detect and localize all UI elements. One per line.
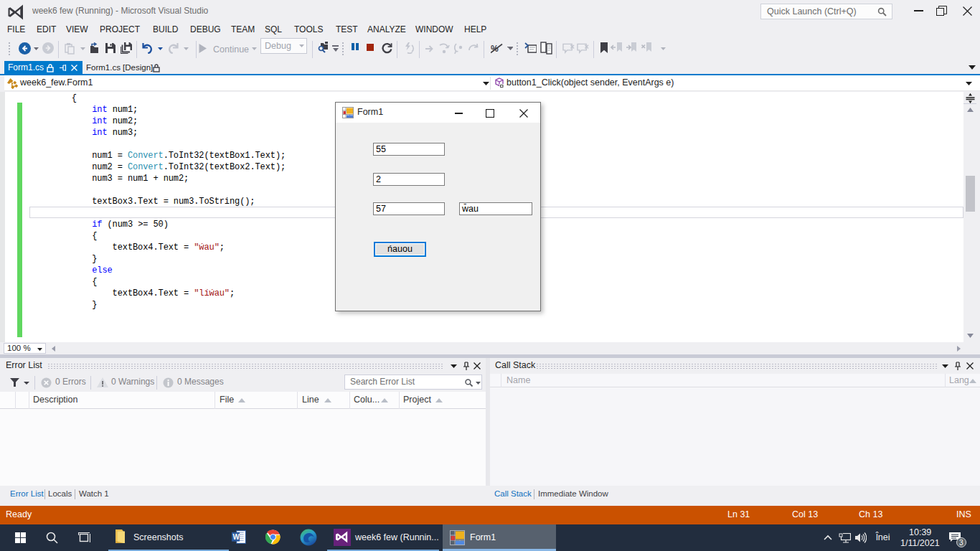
svg-text:W: W xyxy=(233,533,240,541)
